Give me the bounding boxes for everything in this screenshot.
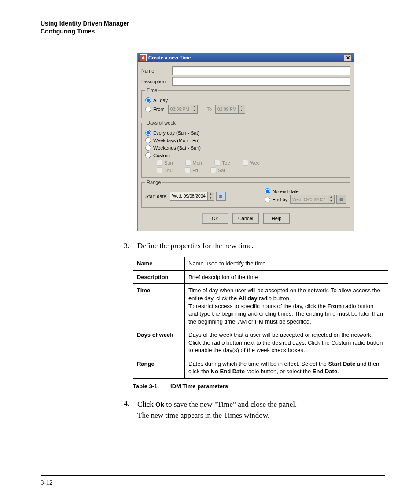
caption-label: Table 3-1. [133, 383, 159, 390]
hdr-line2: Configuring Times [41, 27, 385, 35]
wed-label: Wed [250, 160, 260, 166]
param-desc: Brief description of the time [185, 270, 388, 284]
dow-group: Days of week Every day (Sun - Sat) Weekd… [141, 120, 350, 178]
table-caption: Table 3-1.IDM Time parameters [133, 383, 385, 390]
param-name: Time [133, 284, 185, 328]
thu-checkbox[interactable] [157, 167, 162, 173]
step-4: 4. Click Ok to save the new "Time" and c… [115, 399, 385, 421]
allday-radio[interactable] [145, 97, 151, 103]
ok-button[interactable]: Ok [202, 213, 228, 224]
param-desc: Dates during which the time will be in e… [185, 357, 388, 378]
fri-label: Fri [192, 168, 198, 173]
param-name: Description [133, 270, 185, 284]
to-label: To [206, 107, 212, 112]
hdr-line1: Using Identity Driven Manager [41, 19, 385, 27]
create-time-dialog: ✶ Create a new Time ✕ Name: Description:… [137, 53, 354, 231]
weekends-radio[interactable] [145, 145, 151, 151]
name-input[interactable] [172, 66, 350, 75]
endby-radio[interactable] [265, 197, 270, 202]
from-time-spinner[interactable]: 02:09:PM▲▼ [168, 105, 198, 114]
custom-label: Custom [153, 153, 170, 158]
sat-label: Sat [218, 168, 225, 173]
range-legend: Range [145, 180, 162, 185]
sat-checkbox[interactable] [210, 167, 216, 173]
start-date-label: Start date [145, 194, 166, 199]
table-row: TimeTime of day when user will be accept… [133, 284, 388, 328]
start-date-spinner[interactable]: Wed. 09/08/2004▲▼ [170, 192, 214, 201]
mon-label: Mon [193, 160, 202, 166]
step3-text: Define the properties for the new time. [137, 242, 254, 250]
step4-line2: The new time appears in the Times window… [137, 411, 269, 419]
sun-checkbox[interactable] [157, 160, 162, 166]
params-table: NameName used to identify the timeDescri… [133, 257, 388, 379]
thu-label: Thu [164, 168, 173, 173]
dialog-title: Create a new Time [148, 55, 191, 60]
noend-label: No end date [273, 189, 299, 194]
time-group: Time All day From 02:09:PM▲▼ To 02:09:PM… [141, 88, 350, 118]
description-input[interactable] [172, 77, 350, 86]
weekdays-label: Weekdays (Mon - Fri) [153, 138, 200, 143]
step4-pre: Click [137, 400, 155, 408]
param-desc: Name used to identify the time [185, 257, 388, 271]
dialog-titlebar: ✶ Create a new Time ✕ [138, 53, 354, 62]
table-row: RangeDates during which the time will be… [133, 357, 388, 378]
step-3: 3. Define the properties for the new tim… [115, 242, 385, 250]
page-number: 3-12 [41, 479, 53, 486]
description-label: Description: [141, 79, 172, 84]
end-calendar-button[interactable]: ▦ [336, 195, 346, 204]
param-desc: Time of day when user will be accepted o… [185, 284, 388, 328]
step4-num: 4. [115, 399, 129, 421]
weekends-label: Weekends (Sat - Sun) [153, 145, 201, 151]
tue-label: Tue [222, 160, 230, 166]
start-calendar-button[interactable]: ▦ [216, 192, 226, 201]
range-group: Range Start date Wed. 09/08/2004▲▼ ▦ No … [141, 180, 350, 208]
time-legend: Time [145, 88, 158, 93]
weekdays-radio[interactable] [145, 137, 151, 143]
close-icon[interactable]: ✕ [344, 54, 352, 61]
end-date-spinner[interactable]: Wed. 09/08/2004▲▼ [290, 195, 335, 204]
table-row: Days of weekDays of the week that a user… [133, 328, 388, 357]
param-name: Days of week [133, 328, 185, 357]
everyday-label: Every day (Sun - Sat) [153, 130, 199, 136]
wed-checkbox[interactable] [243, 160, 248, 166]
caption-text: IDM Time parameters [170, 383, 228, 390]
endby-label: End by [273, 197, 287, 202]
step4-bold: Ok [155, 401, 164, 408]
param-name: Name [133, 257, 185, 271]
help-button[interactable]: Help [263, 213, 290, 224]
step3-num: 3. [115, 242, 129, 250]
page-header: Using Identity Driven Manager Configurin… [41, 19, 385, 35]
from-radio[interactable] [145, 107, 151, 112]
step4-post: to save the new "Time" and close the pan… [164, 400, 297, 408]
table-row: DescriptionBrief description of the time [133, 270, 388, 284]
name-label: Name: [141, 68, 172, 74]
cancel-button[interactable]: Cancel [232, 213, 259, 224]
noend-radio[interactable] [265, 188, 270, 194]
everyday-radio[interactable] [145, 130, 151, 136]
mon-checkbox[interactable] [185, 160, 191, 166]
app-icon: ✶ [140, 54, 147, 61]
custom-radio[interactable] [145, 152, 151, 158]
dow-legend: Days of week [145, 120, 177, 125]
param-name: Range [133, 357, 185, 378]
to-time-spinner[interactable]: 02:09:PM▲▼ [215, 105, 245, 114]
allday-label: All day [153, 98, 168, 103]
fri-checkbox[interactable] [185, 167, 191, 173]
page-footer: 3-12 [41, 475, 385, 486]
sun-label: Sun [164, 160, 173, 166]
from-label: From [153, 107, 165, 112]
tue-checkbox[interactable] [214, 160, 220, 166]
table-row: NameName used to identify the time [133, 257, 388, 271]
param-desc: Days of the week that a user will be acc… [185, 328, 388, 357]
